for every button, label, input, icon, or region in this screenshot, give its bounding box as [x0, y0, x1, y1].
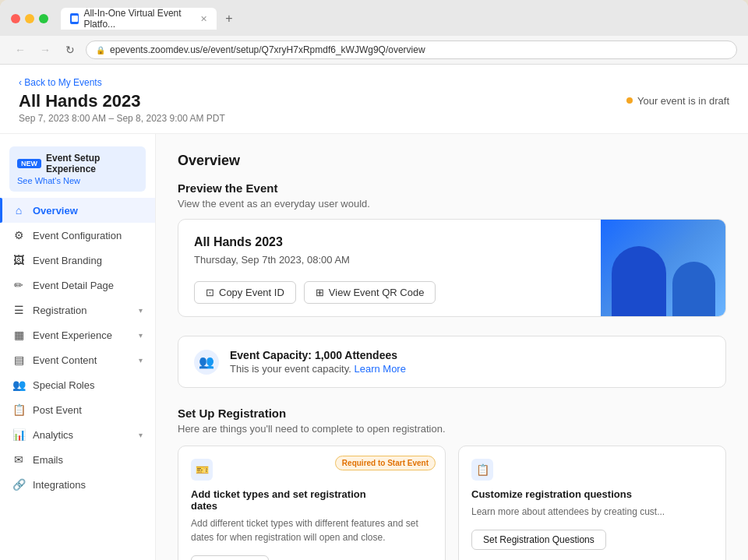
sidebar-item-event-configuration[interactable]: ⚙ Event Configuration [0, 223, 155, 248]
sidebar-item-event-content[interactable]: ▤ Event Content ▾ [0, 347, 155, 372]
header-right: Your event is in draft [626, 95, 729, 107]
art-shape-1 [612, 246, 666, 316]
sidebar-item-event-branding[interactable]: 🖼 Event Branding [0, 248, 155, 273]
sidebar-item-integrations[interactable]: 🔗 Integrations [0, 472, 155, 497]
preview-section: Preview the Event View the event as an e… [178, 181, 726, 317]
address-bar[interactable]: 🔒 epevents.zoomdev.us/e/event/setup/Q7xr… [86, 41, 737, 59]
content-icon: ▤ [12, 354, 25, 366]
sidebar-item-post-event[interactable]: 📋 Post Event [0, 397, 155, 422]
capacity-desc-text: This is your event capacity. [230, 363, 351, 375]
sidebar-item-special-roles[interactable]: 👥 Special Roles [0, 372, 155, 397]
tickets-card: Required to Start Event 🎫 Add ticket typ… [178, 446, 446, 560]
tab-label: All-In-One Virtual Event Platfo... [83, 8, 191, 30]
ticket-icon: 🎫 [191, 459, 213, 481]
sidebar-new-title: Event Setup Experience [46, 153, 138, 174]
browser-nav: ← → ↻ 🔒 epevents.zoomdev.us/e/event/setu… [0, 36, 748, 65]
tab-favicon-icon [70, 13, 79, 24]
sidebar-item-registration-label: Registration [33, 305, 131, 316]
sidebar-item-analytics[interactable]: 📊 Analytics ▾ [0, 422, 155, 447]
clipboard-icon: 📋 [12, 403, 25, 416]
chevron-down-icon: ▾ [139, 306, 143, 315]
sidebar-item-special-roles-label: Special Roles [33, 379, 143, 391]
sidebar-item-emails-label: Emails [33, 454, 143, 466]
preview-card: All Hands 2023 Thursday, Sep 7th 2023, 0… [178, 219, 726, 317]
copy-event-id-button[interactable]: ⊡ Copy Event ID [194, 281, 296, 304]
go-to-tickets-button[interactable]: Go to Tickets [191, 555, 269, 560]
preview-card-left: All Hands 2023 Thursday, Sep 7th 2023, 0… [178, 220, 601, 316]
maximize-window-button[interactable] [39, 14, 48, 23]
image-icon: 🖼 [12, 254, 25, 266]
chevron-down-icon-4: ▾ [139, 431, 143, 439]
back-button[interactable]: ← [11, 41, 30, 59]
see-whats-new-link[interactable]: See What's New [17, 176, 138, 185]
analytics-icon: 📊 [12, 428, 25, 441]
sidebar-item-event-detail-page-label: Event Detail Page [33, 280, 143, 291]
tickets-card-title: Add ticket types and set registration da… [191, 488, 432, 512]
sidebar-item-overview[interactable]: ⌂ Overview [0, 198, 155, 223]
registration-section-title: Set Up Registration [178, 407, 726, 420]
sidebar-item-overview-label: Overview [33, 205, 143, 217]
minimize-window-button[interactable] [25, 14, 34, 23]
required-badge: Required to Start Event [335, 456, 436, 470]
registration-cards: Required to Start Event 🎫 Add ticket typ… [178, 446, 726, 560]
sidebar-item-event-branding-label: Event Branding [33, 255, 143, 266]
page-title: All Hands 2023 [19, 91, 225, 111]
capacity-learn-more-link[interactable]: Learn More [354, 363, 405, 375]
main-content: Overview Preview the Event View the even… [156, 134, 748, 560]
draft-status-label: Your event is in draft [637, 95, 729, 107]
tab-bar: All-In-One Virtual Event Platfo... ✕ + [61, 8, 737, 30]
reg-questions-card-title: Customize registration questions [471, 488, 713, 500]
chevron-down-icon-3: ▾ [139, 356, 143, 365]
registration-section-desc: Here are things you'll need to complete … [178, 423, 726, 435]
browser-titlebar: All-In-One Virtual Event Platfo... ✕ + [0, 0, 748, 36]
tab-close-button[interactable]: ✕ [200, 14, 207, 24]
survey-icon: 📋 [471, 459, 493, 481]
sidebar-item-event-configuration-label: Event Configuration [33, 230, 143, 241]
capacity-title: Event Capacity: 1,000 Attendees [230, 349, 406, 361]
sidebar-item-event-content-label: Event Content [33, 354, 131, 366]
close-window-button[interactable] [11, 14, 20, 23]
sidebar-item-event-experience[interactable]: ▦ Event Experience ▾ [0, 322, 155, 347]
back-to-events-link[interactable]: ‹ Back to My Events [19, 77, 225, 88]
reload-button[interactable]: ↻ [61, 41, 79, 59]
copy-event-id-label: Copy Event ID [219, 287, 284, 298]
app-body: NEW Event Setup Experience See What's Ne… [0, 134, 748, 560]
preview-desc: View the event as an everyday user would… [178, 198, 726, 210]
home-icon: ⌂ [12, 204, 25, 217]
view-event-qr-button[interactable]: ⊞ View Event QR Code [304, 281, 436, 304]
sidebar-item-analytics-label: Analytics [33, 429, 131, 441]
reg-questions-card-footer: Set Registration Questions [471, 530, 713, 550]
lock-icon: 🔒 [96, 46, 105, 55]
sidebar: NEW Event Setup Experience See What's Ne… [0, 134, 156, 560]
sidebar-item-event-detail-page[interactable]: ✏ Event Detail Page [0, 273, 155, 298]
registration-questions-card: 📋 Customize registration questions Learn… [458, 446, 726, 560]
forward-button[interactable]: → [36, 41, 55, 59]
registration-section: Set Up Registration Here are things you'… [178, 407, 726, 560]
art-shape-2 [672, 262, 715, 316]
reg-questions-card-desc: Learn more about attendees by creating c… [471, 505, 713, 519]
grid-icon: ▦ [12, 329, 25, 341]
sidebar-item-emails[interactable]: ✉ Emails [0, 447, 155, 472]
sidebar-item-registration[interactable]: ☰ Registration ▾ [0, 298, 155, 322]
set-registration-questions-button[interactable]: Set Registration Questions [471, 530, 606, 550]
new-tab-button[interactable]: + [220, 9, 238, 28]
edit-icon: ✏ [12, 279, 25, 291]
tickets-card-desc: Add different ticket types with differen… [191, 516, 432, 544]
app-header: ‹ Back to My Events All Hands 2023 Sep 7… [0, 65, 748, 134]
app-wrapper: ‹ Back to My Events All Hands 2023 Sep 7… [0, 65, 748, 560]
address-text: epevents.zoomdev.us/e/event/setup/Q7xryH… [110, 44, 425, 55]
browser-tab-active[interactable]: All-In-One Virtual Event Platfo... ✕ [61, 8, 217, 30]
event-datetime: Sep 7, 2023 8:00 AM – Sep 8, 2023 9:00 A… [19, 113, 225, 124]
qr-code-icon: ⊞ [316, 287, 324, 298]
view-qr-label: View Event QR Code [329, 287, 425, 298]
sidebar-new-label-row: NEW Event Setup Experience [17, 153, 138, 174]
capacity-text: Event Capacity: 1,000 Attendees This is … [230, 349, 406, 375]
browser-window: All-In-One Virtual Event Platfo... ✕ + ←… [0, 0, 748, 65]
capacity-desc: This is your event capacity. Learn More [230, 363, 406, 375]
tickets-card-footer: Go to Tickets 0 Ticket Types Added [191, 555, 432, 560]
sidebar-item-post-event-label: Post Event [33, 404, 143, 416]
copy-icon: ⊡ [206, 287, 214, 298]
new-tag-badge: NEW [17, 159, 41, 168]
sidebar-new-experience-badge: NEW Event Setup Experience See What's Ne… [9, 146, 146, 192]
list-icon: ☰ [12, 304, 25, 316]
